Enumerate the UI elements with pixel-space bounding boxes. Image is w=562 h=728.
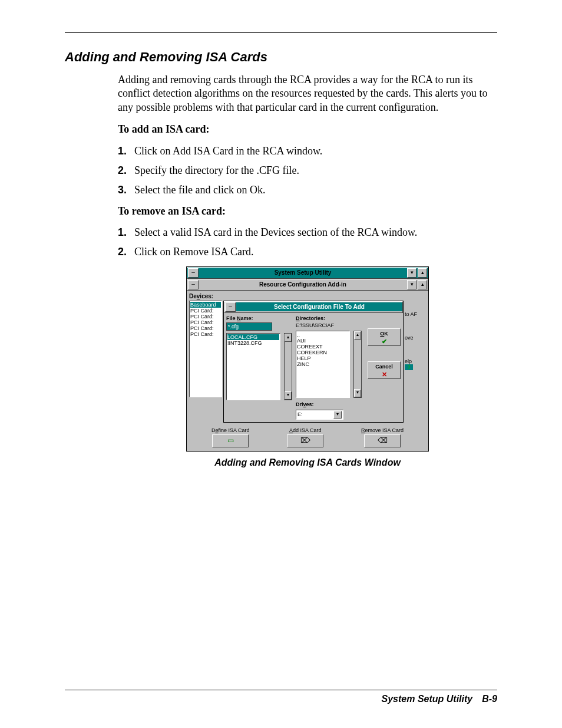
outer-window-title: System Setup Utility xyxy=(199,269,406,276)
file-listbox[interactable]: LOCAL.CFG !INT3228.CFG xyxy=(226,333,280,400)
list-item[interactable]: AUI xyxy=(297,338,349,344)
section-title: Adding and Removing ISA Cards xyxy=(65,50,497,65)
obscured-text: to AF xyxy=(405,311,426,317)
step-number: 2. xyxy=(118,246,134,258)
add-card-icon: ⌦ xyxy=(300,436,310,444)
directories-listbox[interactable]: .. AUI COREEXT COREKERN HELP ZINC xyxy=(296,331,350,398)
dir-list-scrollbar[interactable]: ▴ ▾ xyxy=(353,331,362,398)
close-icon: ✕ xyxy=(368,371,400,378)
remove-steps-list: 1. Select a valid ISA card in the Device… xyxy=(118,226,497,258)
directories-path: E:\SSU\SRC\AF xyxy=(296,322,355,328)
list-item: 3. Select the file and click on Ok. xyxy=(118,184,497,196)
cancel-button[interactable]: Cancel ✕ xyxy=(368,361,401,379)
system-menu-button[interactable]: – xyxy=(188,268,199,278)
list-item[interactable]: PCI Card: xyxy=(190,331,221,337)
inner-maximize-button[interactable]: ▴ xyxy=(418,280,427,289)
define-isa-label: Define ISA Card xyxy=(211,427,250,433)
list-item[interactable]: Baseboard xyxy=(190,302,221,308)
step-text: Click on Remove ISA Card. xyxy=(134,246,497,258)
scroll-up-icon[interactable]: ▴ xyxy=(285,334,292,342)
step-text: Select the file and click on Ok. xyxy=(134,184,497,196)
dialog-title: Select Configuration File To Add xyxy=(236,302,402,311)
list-item[interactable]: PCI Card: xyxy=(190,319,221,325)
step-number: 2. xyxy=(118,164,134,177)
add-steps-list: 1. Click on Add ISA Card in the RCA wind… xyxy=(118,145,497,196)
add-heading: To add an ISA card: xyxy=(118,123,497,136)
list-item[interactable]: HELP xyxy=(297,355,349,361)
list-item: 2. Click on Remove ISA Card. xyxy=(118,246,497,258)
file-list-scrollbar[interactable]: ▴ ▾ xyxy=(284,333,292,400)
file-name-label: File Name: xyxy=(226,315,285,321)
remove-isa-label: Remove ISA Card xyxy=(361,427,404,433)
list-item[interactable]: ZINC xyxy=(297,361,349,367)
list-item[interactable]: !INT3228.CFG xyxy=(227,340,279,346)
drives-combobox[interactable]: E: ▾ xyxy=(296,410,343,420)
obscured-right-panel: to AF ove elp ? xyxy=(405,301,426,423)
add-isa-label: Add ISA Card xyxy=(287,427,323,433)
scroll-down-icon[interactable]: ▾ xyxy=(354,389,361,397)
list-item[interactable]: .. xyxy=(297,332,349,338)
add-isa-button[interactable]: ⌦ xyxy=(287,434,323,447)
list-item[interactable]: LOCAL.CFG xyxy=(227,334,279,340)
step-text: Specify the directory for the .CFG file. xyxy=(134,164,497,177)
ok-button[interactable]: OK ✔ xyxy=(368,328,401,346)
list-item[interactable]: PCI Card: xyxy=(190,308,221,314)
directories-label: Directories: xyxy=(296,315,355,321)
check-icon: ✔ xyxy=(368,338,400,345)
devices-label: Devices: xyxy=(189,293,426,299)
step-number: 1. xyxy=(118,226,134,239)
file-name-input[interactable]: *.cfg xyxy=(226,322,272,331)
dialog-system-menu-button[interactable]: – xyxy=(225,302,236,312)
drives-value: E: xyxy=(297,411,303,417)
define-isa-button[interactable]: ▭ xyxy=(212,434,249,447)
maximize-button[interactable]: ▴ xyxy=(418,268,427,278)
inner-window-title: Resource Configuration Add-in xyxy=(199,281,406,288)
inner-title-bar: – Resource Configuration Add-in ▾ ▴ xyxy=(187,279,428,291)
outer-title-bar: – System Setup Utility ▾ ▴ xyxy=(187,267,428,279)
scroll-down-icon[interactable]: ▾ xyxy=(285,391,292,400)
minimize-button[interactable]: ▾ xyxy=(407,268,416,278)
step-text: Click on Add ISA Card in the RCA window. xyxy=(134,145,497,157)
figure-caption: Adding and Removing ISA Cards Window xyxy=(118,457,497,468)
page-footer: System Setup Utility B-9 xyxy=(65,690,497,704)
remove-card-icon: ⌫ xyxy=(378,436,388,444)
inner-minimize-button[interactable]: ▾ xyxy=(407,280,416,289)
inner-system-menu-button[interactable]: – xyxy=(188,280,199,289)
obscured-text: elp xyxy=(405,358,426,364)
card-icon: ▭ xyxy=(227,436,234,444)
intro-paragraph: Adding and removing cards through the RC… xyxy=(118,73,497,114)
step-number: 1. xyxy=(118,145,134,157)
step-number: 3. xyxy=(118,184,134,196)
list-item[interactable]: PCI Card: xyxy=(190,314,221,319)
devices-listbox[interactable]: Baseboard PCI Card: PCI Card: PCI Card: … xyxy=(189,301,222,397)
footer-rule xyxy=(65,690,497,690)
top-rule xyxy=(65,32,497,33)
list-item: 1. Select a valid ISA card in the Device… xyxy=(118,226,497,239)
drives-label: Drives: xyxy=(296,401,355,407)
footer-text: System Setup Utility B-9 xyxy=(65,694,497,704)
list-item[interactable]: PCI Card: xyxy=(190,325,221,331)
list-item: 2. Specify the directory for the .CFG fi… xyxy=(118,164,497,177)
scroll-up-icon[interactable]: ▴ xyxy=(354,331,361,340)
list-item: 1. Click on Add ISA Card in the RCA wind… xyxy=(118,145,497,157)
chevron-down-icon[interactable]: ▾ xyxy=(333,411,342,419)
help-icon: ? xyxy=(405,364,413,370)
ssu-window: – System Setup Utility ▾ ▴ – Resource Co… xyxy=(186,266,429,452)
remove-heading: To remove an ISA card: xyxy=(118,205,497,218)
obscured-text: ove xyxy=(405,335,426,341)
list-item[interactable]: COREEXT xyxy=(297,344,349,350)
select-config-dialog: – Select Configuration File To Add File … xyxy=(223,301,404,423)
remove-isa-button[interactable]: ⌫ xyxy=(364,434,401,447)
step-text: Select a valid ISA card in the Devices s… xyxy=(134,226,497,239)
list-item[interactable]: COREKERN xyxy=(297,350,349,355)
